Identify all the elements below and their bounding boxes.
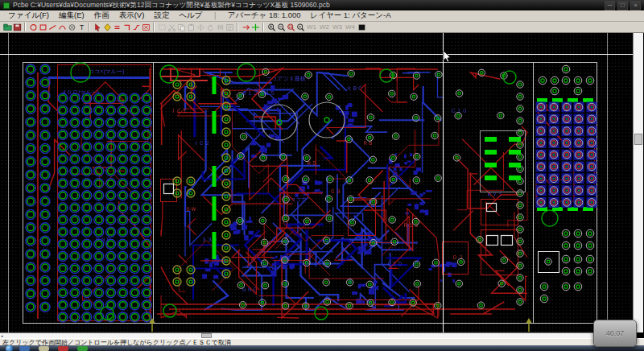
zoom-select-icon (287, 23, 295, 32)
draw-pad-button[interactable] (67, 22, 76, 32)
origin-icon (251, 23, 260, 32)
mirror-button[interactable] (196, 22, 205, 32)
corner-button[interactable] (122, 22, 131, 32)
toolbar-separator (262, 23, 264, 31)
draw-pad-icon (68, 23, 76, 32)
delete-icon (142, 23, 151, 32)
window-title: Pcbe C:¥Users¥da¥Documents¥技術¥第12回ココナッツ開… (13, 1, 605, 10)
select-icon (158, 23, 167, 32)
close-button[interactable]: × (630, 1, 641, 10)
copy-button[interactable] (176, 22, 186, 32)
app-explorer-taskbar-icon[interactable] (39, 346, 49, 351)
pcbe-window: Pcbe C:¥Users¥da¥Documents¥技術¥第12回ココナッツ開… (0, 0, 644, 351)
pointer-icon (93, 23, 102, 32)
pcb-canvas[interactable] (0, 33, 633, 332)
zoom-in-button[interactable] (266, 22, 276, 32)
pointer-button[interactable] (93, 22, 102, 32)
draw-arc-button[interactable] (57, 22, 67, 32)
svg-text:T: T (79, 23, 83, 31)
toolbar-separator (24, 23, 26, 31)
array-icon (216, 23, 225, 32)
open-button[interactable] (2, 22, 12, 32)
land-button[interactable] (102, 22, 112, 32)
horizontal-scrollbar[interactable]: ◂ (0, 332, 633, 338)
land-icon (103, 23, 112, 32)
corner-icon (122, 23, 131, 32)
draw-rect-button[interactable] (38, 22, 47, 32)
origin-button[interactable] (250, 22, 260, 32)
zoom-fit-button[interactable] (295, 22, 305, 32)
toolbar: TW1W2W3W4 (0, 22, 644, 33)
app-icon (3, 2, 10, 9)
rotate-button[interactable] (205, 22, 215, 32)
draw-circle-icon (29, 23, 38, 32)
properties-button[interactable] (225, 22, 234, 32)
draw-line-icon (48, 23, 57, 32)
menu-divider: ｜ (208, 10, 223, 21)
vertical-scrollbar[interactable] (633, 33, 643, 332)
menu-item-help[interactable]: ヘルプ (174, 10, 207, 19)
select-button[interactable] (157, 22, 167, 32)
window-controls: ─ □ × (605, 1, 641, 10)
paste-button[interactable] (186, 22, 196, 32)
draw-text-button[interactable]: T (76, 22, 86, 32)
start-button[interactable] (6, 345, 13, 351)
toolbar-separator (237, 23, 238, 31)
menu-item-config[interactable]: 設定 (149, 10, 174, 19)
connect-icon (242, 23, 250, 32)
menu-item-draw[interactable]: 作画 (89, 10, 114, 19)
draw-text-icon: T (77, 23, 86, 32)
properties-icon (225, 23, 234, 32)
rotate-icon (206, 23, 215, 32)
array-button[interactable] (215, 22, 225, 32)
menu-item-file[interactable]: ファイル(F) (3, 10, 54, 19)
menu-item-edit[interactable]: 編集(E) (54, 10, 89, 19)
zoom-select-button[interactable] (286, 22, 295, 32)
title-bar[interactable]: Pcbe C:¥Users¥da¥Documents¥技術¥第12回ココナッツ開… (0, 0, 644, 10)
pattern-button[interactable] (131, 22, 141, 32)
layer-status: レイヤー 1: パターン-A (306, 10, 396, 21)
status-bar: 左クリックで作画開始／コントロールを押しながらクリック点／ＥＳＣで取消 (0, 338, 644, 345)
width-label-3[interactable]: W3 (332, 23, 342, 31)
delete-button[interactable] (141, 22, 151, 32)
draw-rect-icon (39, 23, 47, 32)
aperture-status: アパーチャ 18: 1.000 (223, 10, 306, 21)
paste-icon (187, 23, 196, 32)
align-button[interactable] (112, 22, 122, 32)
align-icon (113, 23, 122, 32)
draw-line-button[interactable] (47, 22, 57, 32)
overlay-label: 46:07 (606, 329, 625, 337)
taskbar[interactable] (0, 345, 644, 351)
app-recorder-taskbar-icon[interactable] (58, 346, 68, 351)
minimize-button[interactable]: ─ (605, 1, 615, 10)
pattern-icon (132, 23, 141, 32)
zoom-out-button[interactable] (276, 22, 286, 32)
toolbar-separator (89, 23, 90, 31)
toolbar-separator (153, 23, 155, 31)
app-pcbe-taskbar-icon[interactable] (77, 346, 88, 351)
width-label-1[interactable]: W1 (307, 23, 316, 31)
cut-button[interactable] (167, 22, 176, 32)
draw-arc-icon (58, 23, 67, 32)
vertical-scroll-thumb[interactable] (634, 134, 642, 145)
open-icon (3, 23, 12, 32)
zoom-in-icon (267, 23, 276, 32)
layer-black-button[interactable] (357, 22, 366, 32)
menu-bar: ファイル(F)編集(E)作画表示(V)設定ヘルプ ｜ アパーチャ 18: 1.0… (0, 10, 644, 22)
cut-icon (167, 23, 176, 32)
width-label-2[interactable]: W2 (320, 23, 329, 31)
menu-item-view[interactable]: 表示(V) (114, 10, 150, 19)
save-icon (13, 23, 22, 32)
mirror-icon (196, 23, 205, 32)
overlay-badge[interactable]: 46:07 (593, 320, 637, 347)
save-button[interactable] (12, 22, 22, 32)
draw-circle-button[interactable] (28, 22, 38, 32)
zoom-fit-icon (296, 23, 305, 32)
zoom-out-icon (277, 23, 286, 32)
copy-icon (177, 23, 186, 32)
maximize-button[interactable]: □ (617, 1, 628, 10)
connect-button[interactable] (241, 22, 250, 32)
width-label-4[interactable]: W4 (345, 23, 355, 31)
app-ie-taskbar-icon[interactable] (19, 346, 30, 351)
layer-black-icon (357, 23, 366, 32)
